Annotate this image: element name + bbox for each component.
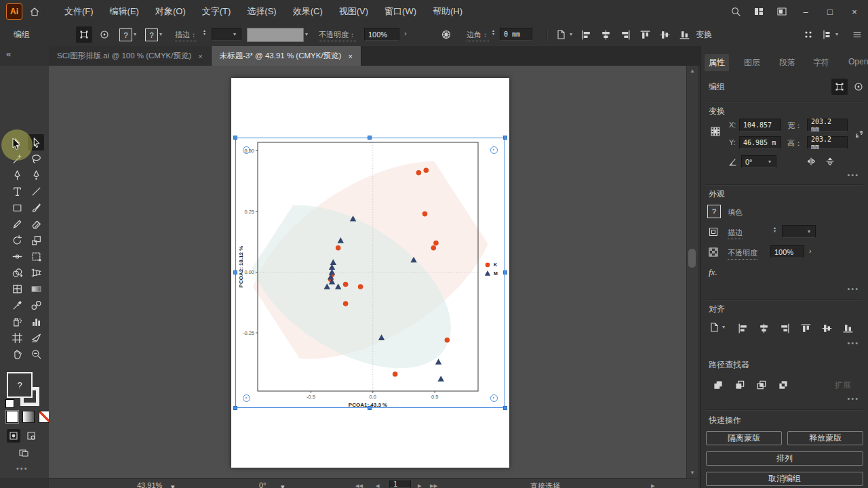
align-bottom-icon[interactable] — [840, 320, 856, 336]
link-dimensions-icon[interactable] — [852, 126, 866, 142]
opacity-label[interactable]: 不透明度 — [728, 248, 757, 260]
opacity-checker-icon[interactable] — [707, 245, 720, 259]
default-fill-stroke-icon[interactable] — [5, 399, 14, 408]
selection-bounding-box[interactable] — [235, 138, 505, 408]
type-tool[interactable] — [9, 183, 25, 199]
tab-layers[interactable]: 图层 — [740, 54, 764, 71]
panel-menu-icon[interactable] — [849, 26, 865, 43]
blend-tool[interactable] — [28, 297, 44, 313]
document-tab[interactable]: SCI图形排版.ai @ 100 % (CMYK/预览) × — [49, 46, 212, 66]
reference-point-grid-icon[interactable] — [706, 122, 725, 141]
opacity-label[interactable]: 不透明度： — [319, 30, 356, 41]
chevron-down-icon[interactable]: ▾ — [159, 32, 162, 37]
mesh-tool[interactable] — [9, 281, 25, 297]
draw-normal-icon[interactable] — [7, 429, 20, 443]
close-button[interactable]: × — [845, 3, 864, 20]
stroke-weight-label[interactable]: 描边： — [175, 30, 197, 41]
arrange-documents-icon[interactable] — [773, 6, 791, 17]
selection-tool[interactable] — [9, 134, 25, 150]
scale-tool[interactable] — [28, 232, 44, 248]
magic-wand-tool[interactable] — [9, 150, 25, 167]
chevron-down-icon[interactable]: ▾ — [722, 325, 725, 330]
align-center-vertical-icon[interactable] — [656, 26, 673, 43]
chevron-down-icon[interactable]: ▾ — [835, 32, 838, 37]
chevron-down-icon[interactable]: ▾ — [768, 159, 771, 165]
transform-panel-label[interactable]: 变换 — [696, 29, 712, 41]
shaper-tool[interactable] — [9, 216, 25, 232]
chevron-down-icon[interactable]: ▾ — [808, 229, 810, 235]
menu-编辑[interactable]: 编辑(E) — [102, 0, 146, 23]
pathfinder-intersect-icon[interactable] — [753, 377, 770, 393]
zoom-level[interactable]: 43.91% — [137, 481, 162, 488]
selection-handle[interactable] — [368, 136, 372, 140]
rotation-field[interactable]: 0° — [741, 155, 776, 168]
menu-选择[interactable]: 选择(S) — [239, 0, 283, 23]
fill-swatch[interactable]: ? — [119, 28, 132, 41]
fill-label[interactable]: 填色 — [728, 207, 743, 218]
tab-properties[interactable]: 属性 — [705, 54, 729, 71]
fx-button[interactable]: fx. — [709, 267, 717, 278]
scroll-down-icon[interactable]: ▼ — [687, 470, 698, 476]
search-icon[interactable] — [727, 6, 745, 17]
fill-swatch[interactable]: ? — [707, 205, 721, 218]
selection-handle[interactable] — [233, 406, 237, 410]
corner-widget-icon[interactable] — [490, 394, 498, 402]
free-transform-tool[interactable] — [28, 248, 44, 264]
close-icon[interactable]: × — [198, 52, 202, 60]
symbol-sprayer-tool[interactable] — [9, 313, 25, 329]
more-options-icon[interactable]: ••• — [847, 394, 859, 403]
ungroup-button[interactable]: 取消编组 — [706, 472, 863, 486]
align-center-vertical-icon[interactable] — [818, 320, 835, 336]
chevron-down-icon[interactable]: ▾ — [233, 32, 236, 37]
flip-vertical-icon[interactable] — [823, 155, 837, 168]
target-icon[interactable] — [96, 26, 113, 43]
more-tools-icon[interactable]: ••• — [16, 464, 28, 472]
align-center-horizontal-icon[interactable] — [597, 26, 614, 43]
menu-文字[interactable]: 文字(T) — [195, 0, 239, 23]
gradient-tool[interactable] — [28, 281, 44, 297]
chevron-down-icon[interactable]: ▾ — [281, 483, 285, 488]
corner-widget-icon[interactable] — [243, 394, 250, 402]
pen-tool[interactable] — [9, 167, 25, 183]
artboard-tool[interactable] — [9, 329, 25, 346]
artboard-number-field[interactable]: 1 — [389, 481, 411, 488]
chevron-down-icon[interactable]: ▾ — [134, 32, 136, 37]
paintbrush-tool[interactable] — [28, 199, 44, 216]
bounding-box-icon[interactable] — [76, 26, 92, 43]
menu-文件[interactable]: 文件(F) — [57, 0, 101, 23]
tab-character[interactable]: 字符 — [809, 54, 833, 71]
stroke-swatch[interactable]: ? — [145, 28, 158, 41]
more-options-icon[interactable]: ••• — [847, 339, 859, 347]
curvature-tool[interactable] — [28, 167, 44, 183]
stroke-weight-stepper[interactable]: ▴▾ — [203, 29, 205, 36]
screen-mode-icon[interactable] — [15, 445, 33, 460]
first-page-icon[interactable]: ◂◂ — [355, 481, 363, 488]
menu-视图[interactable]: 视图(V) — [332, 0, 376, 23]
stroke-weight-field[interactable] — [212, 28, 241, 41]
selection-handle[interactable] — [233, 136, 237, 140]
arrange-button[interactable]: 排列 — [706, 451, 863, 466]
align-left-icon[interactable] — [578, 26, 594, 43]
opacity-options-arrow[interactable]: › — [809, 247, 812, 255]
stroke-label[interactable]: 描边 — [728, 228, 743, 239]
line-segment-tool[interactable] — [28, 183, 44, 199]
selection-handle[interactable] — [503, 136, 507, 140]
color-button[interactable] — [6, 411, 18, 423]
workspace-switcher-icon[interactable] — [750, 6, 768, 17]
slice-tool[interactable] — [28, 329, 44, 346]
menu-对象[interactable]: 对象(O) — [148, 0, 193, 23]
width-tool[interactable] — [9, 248, 25, 264]
minimize-button[interactable]: – — [796, 3, 815, 20]
rotate-tool[interactable] — [9, 232, 25, 248]
selection-handle[interactable] — [503, 270, 507, 274]
flip-horizontal-icon[interactable] — [804, 155, 818, 168]
hand-tool[interactable] — [9, 346, 25, 362]
corner-widget-icon[interactable] — [490, 146, 498, 154]
stroke-weight-stepper[interactable]: ▴▾ — [774, 226, 776, 233]
align-to-artboard-icon[interactable] — [706, 320, 722, 335]
x-field[interactable]: 104.857 — [739, 119, 781, 131]
eyedropper-tool[interactable] — [9, 297, 25, 313]
tab-opentype[interactable]: OpenTyp — [844, 54, 868, 69]
four-dot-grid-icon[interactable] — [800, 26, 816, 43]
chevron-down-icon[interactable]: ▾ — [570, 32, 572, 37]
